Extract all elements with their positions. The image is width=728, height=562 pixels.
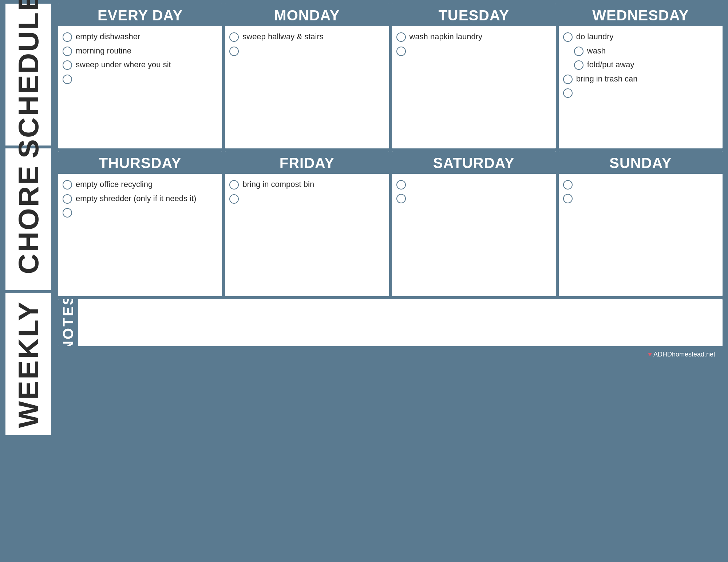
footer-heart: ♥ (648, 351, 652, 358)
chore-item: sweep hallway & stairs (229, 32, 384, 42)
day-body: sweep hallway & stairs (225, 26, 389, 148)
chore-item: bring in compost bin (229, 179, 384, 190)
day-header: WEDNESDAY (559, 4, 723, 26)
chore-circle[interactable] (63, 47, 72, 56)
footer-row: ♥ ADHDhomestead.net (58, 349, 723, 358)
blank-circle[interactable] (563, 180, 573, 190)
chore-circle[interactable] (63, 180, 72, 190)
chore-item: bring in trash can (563, 74, 718, 84)
blank-circle[interactable] (229, 194, 239, 204)
day-header-text: WEDNESDAY (592, 7, 689, 23)
schedule-block: SCHEDULE (5, 4, 51, 146)
day-header: SUNDAY (559, 151, 723, 174)
day-header: SATURDAY (392, 151, 556, 174)
day-column-every-day: EVERY DAYempty dishwashermorning routine… (58, 4, 222, 148)
blank-circle[interactable] (396, 180, 406, 190)
day-header: FRIDAY (225, 151, 389, 174)
chore-circle[interactable] (229, 180, 239, 190)
chore-item: empty office recycling (63, 179, 218, 190)
weekly-label: WEEKLY (14, 300, 43, 428)
day-body: do laundrywashfold/put awaybring in tras… (559, 26, 723, 148)
main-content: EVERY DAYempty dishwashermorning routine… (56, 0, 728, 562)
blank-circle[interactable] (63, 208, 72, 218)
page: SCHEDULE CHORE WEEKLY EVERY DAYempty dis… (0, 0, 728, 562)
day-body (559, 174, 723, 296)
day-header: TUESDAY (392, 4, 556, 26)
chore-circle[interactable] (574, 47, 583, 56)
day-column-monday: MONDAYsweep hallway & stairs (225, 4, 389, 148)
chore-circle[interactable] (229, 32, 239, 42)
blank-circle[interactable] (396, 194, 406, 203)
chore-item: wash (563, 46, 718, 56)
footer-text: ♥ ADHDhomestead.net (648, 349, 723, 358)
chore-text: sweep under where you sit (76, 60, 171, 70)
chore-circle[interactable] (63, 60, 72, 70)
notes-label-container: NOTES (58, 299, 78, 346)
chore-text: empty office recycling (76, 179, 153, 190)
day-body: empty dishwashermorning routinesweep und… (58, 26, 222, 148)
day-header-text: THURSDAY (99, 155, 182, 171)
day-header-text: SUNDAY (609, 155, 672, 171)
footer-site: ADHDhomestead.net (653, 351, 715, 358)
day-column-thursday: THURSDAYempty office recyclingempty shre… (58, 151, 222, 296)
chore-item: empty dishwasher (63, 32, 218, 42)
blank-circle[interactable] (563, 194, 573, 203)
chore-text: wash napkin laundry (410, 32, 483, 42)
chore-circle[interactable] (63, 32, 72, 42)
day-body: empty office recyclingempty shredder (on… (58, 174, 222, 296)
day-body: wash napkin laundry (392, 26, 556, 148)
day-column-friday: FRIDAYbring in compost bin (225, 151, 389, 296)
day-header-text: EVERY DAY (98, 7, 183, 23)
chore-circle[interactable] (396, 32, 406, 42)
weekly-block: WEEKLY (5, 293, 51, 435)
chore-item: sweep under where you sit (63, 60, 218, 70)
blank-circle[interactable] (63, 75, 72, 84)
blank-circle[interactable] (563, 88, 573, 98)
chore-text: sweep hallway & stairs (242, 32, 324, 42)
chore-item: wash napkin laundry (396, 32, 551, 42)
chore-circle[interactable] (63, 194, 72, 204)
chore-item: morning routine (63, 46, 218, 56)
day-header-text: SATURDAY (433, 155, 515, 171)
chore-circle[interactable] (574, 60, 583, 70)
day-body (392, 174, 556, 296)
chore-item: do laundry (563, 32, 718, 42)
day-header-text: MONDAY (274, 7, 340, 23)
chore-item: empty shredder (only if it needs it) (63, 194, 218, 204)
day-header: MONDAY (225, 4, 389, 26)
chore-text: fold/put away (587, 60, 634, 70)
chore-circle[interactable] (563, 75, 573, 84)
chore-label: CHORE (14, 164, 43, 274)
notes-body[interactable] (78, 299, 723, 346)
chore-text: bring in compost bin (242, 179, 314, 190)
day-column-wednesday: WEDNESDAYdo laundrywashfold/put awaybrin… (559, 4, 723, 148)
chore-text: do laundry (576, 32, 614, 42)
day-column-saturday: SATURDAY (392, 151, 556, 296)
blank-circle[interactable] (229, 47, 239, 56)
day-body: bring in compost bin (225, 174, 389, 296)
day-header: EVERY DAY (58, 4, 222, 26)
chore-text: empty dishwasher (76, 32, 140, 42)
chore-circle[interactable] (563, 32, 573, 42)
sidebar: SCHEDULE CHORE WEEKLY (0, 0, 56, 562)
schedule-label: SCHEDULE (14, 0, 43, 159)
top-grid: EVERY DAYempty dishwashermorning routine… (58, 4, 723, 148)
day-column-tuesday: TUESDAYwash napkin laundry (392, 4, 556, 148)
notes-row: NOTES (58, 299, 723, 346)
chore-text: bring in trash can (576, 74, 638, 84)
chore-block: CHORE (5, 148, 51, 290)
chore-text: empty shredder (only if it needs it) (76, 194, 196, 204)
chore-item: fold/put away (563, 60, 718, 70)
notes-label: NOTES (60, 299, 76, 346)
bottom-grid: THURSDAYempty office recyclingempty shre… (58, 151, 723, 296)
day-column-sunday: SUNDAY (559, 151, 723, 296)
blank-circle[interactable] (396, 47, 406, 56)
day-header-text: TUESDAY (438, 7, 509, 23)
chore-text: morning routine (76, 46, 131, 56)
day-header: THURSDAY (58, 151, 222, 174)
chore-text: wash (587, 46, 606, 56)
day-header-text: FRIDAY (280, 155, 335, 171)
notes-section: NOTES (58, 299, 723, 346)
